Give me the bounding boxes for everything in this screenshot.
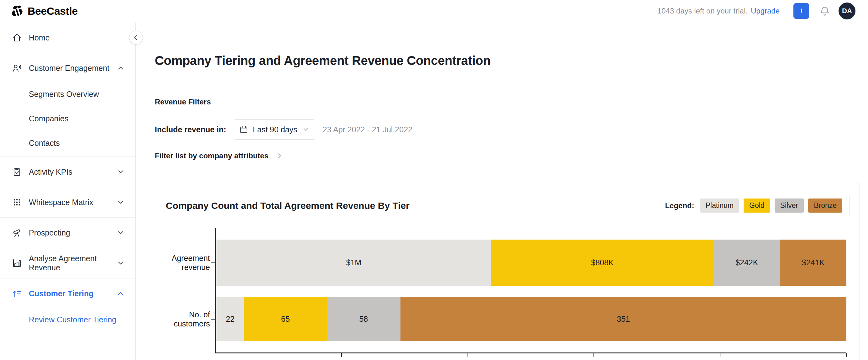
sidebar-item-segments-overview[interactable]: Segments Overview	[0, 82, 135, 106]
chevron-down-icon	[117, 198, 125, 206]
bee-logo-icon	[9, 4, 24, 18]
x-axis-tick	[341, 353, 342, 357]
topbar-actions: 1043 days left on your trial. Upgrade + …	[657, 2, 856, 20]
analyse-revenue-icon	[12, 259, 22, 268]
sidebar-item-analyse-agreement-revenue[interactable]: Analyse Agreement Revenue	[0, 249, 135, 277]
chevron-down-icon	[117, 259, 125, 267]
sidebar-item-prospecting[interactable]: Prospecting	[0, 219, 135, 246]
upgrade-link[interactable]: Upgrade	[751, 7, 780, 16]
prospecting-icon	[12, 228, 22, 237]
sidebar-item-review-customer-tiering[interactable]: Review Customer Tiering	[0, 307, 135, 332]
sidebar-collapse-button[interactable]	[129, 31, 143, 44]
bar-segment-silver: $242K	[714, 240, 780, 286]
activity-kpis-icon	[12, 167, 22, 177]
sidebar: Home Customer Engagement Segments Overvi…	[0, 23, 136, 360]
chart-title: Company Count and Total Agreement Revenu…	[166, 200, 409, 211]
chart-card-header: Company Count and Total Agreement Revenu…	[166, 194, 849, 217]
bar-segment-gold: $808K	[491, 240, 714, 286]
bar-row: 226558351	[216, 297, 846, 341]
sidebar-item-contacts[interactable]: Contacts	[0, 131, 135, 155]
sidebar-item-whitespace-matrix[interactable]: Whitespace Matrix	[0, 188, 135, 216]
sidebar-subitem-label: Segments Overview	[29, 90, 99, 99]
y-axis-tick	[211, 319, 216, 320]
filter-attributes-label: Filter list by company attributes	[155, 151, 269, 160]
row-label: Agreementrevenue	[165, 254, 210, 272]
revenue-filter-row: Include revenue in: Last 90 days 23 Apr …	[155, 119, 860, 140]
calendar-icon	[240, 125, 248, 133]
y-axis-tick	[211, 263, 216, 263]
legend-chip-gold: Gold	[744, 199, 770, 213]
legend-label: Legend:	[665, 201, 694, 210]
brand-name: BeeCastle	[28, 5, 78, 17]
chevron-right-icon	[275, 152, 284, 160]
include-revenue-label: Include revenue in:	[155, 125, 226, 134]
topbar: BeeCastle 1043 days left on your trial. …	[0, 0, 868, 22]
sidebar-item-customer-tiering[interactable]: Customer Tiering	[0, 280, 135, 307]
bell-icon[interactable]	[819, 5, 830, 17]
sidebar-item-label: Customer Engagement	[29, 64, 110, 73]
legend-chip-platinum: Platinum	[700, 199, 739, 213]
trial-text: 1043 days left on your trial.	[657, 7, 748, 16]
bar-row: $1M$808K$242K$241K	[216, 240, 846, 286]
x-axis: 20%40%60%80%100%	[215, 353, 846, 360]
sidebar-subitem-label: Review Customer Tiering	[29, 315, 116, 324]
chevron-up-icon	[117, 64, 125, 72]
chevron-down-icon	[302, 126, 309, 133]
period-value: Last 90 days	[253, 125, 298, 134]
chevron-left-icon	[132, 34, 140, 42]
x-axis-tick	[846, 353, 847, 357]
row-label: No. ofcustomers	[165, 310, 210, 328]
sidebar-item-label: Home	[29, 33, 125, 42]
sidebar-item-label: Activity KPIs	[29, 168, 110, 177]
sidebar-item-label: Prospecting	[29, 228, 110, 237]
bar-segment-platinum: 22	[216, 297, 244, 341]
customer-tiering-icon	[12, 289, 22, 298]
page-title: Company Tiering and Agreement Revenue Co…	[155, 54, 860, 68]
period-select[interactable]: Last 90 days	[234, 119, 315, 140]
sidebar-subitem-label: Companies	[29, 114, 68, 123]
bar-segment-gold: 65	[244, 297, 327, 341]
bar-segment-bronze: $241K	[780, 240, 846, 286]
sidebar-item-companies[interactable]: Companies	[0, 106, 135, 131]
chevron-down-icon	[117, 168, 125, 176]
legend: Legend: PlatinumGoldSilverBronze	[658, 194, 849, 217]
chevron-up-icon	[117, 290, 125, 298]
sidebar-item-label: Analyse Agreement Revenue	[29, 254, 110, 272]
legend-chips: PlatinumGoldSilverBronze	[700, 199, 842, 213]
plot-area: $1M$808K$242K$241KAgreementrevenue226558…	[215, 228, 846, 353]
main-content: Company Tiering and Agreement Revenue Co…	[136, 54, 868, 360]
date-range-text: 23 Apr 2022 - 21 Jul 2022	[323, 125, 412, 134]
customer-engagement-icon	[12, 63, 22, 73]
filter-attributes-toggle[interactable]: Filter list by company attributes	[155, 151, 284, 160]
brand: BeeCastle	[9, 4, 78, 18]
sidebar-item-label: Whitespace Matrix	[29, 198, 110, 207]
avatar[interactable]: DA	[839, 2, 856, 20]
sidebar-item-home[interactable]: Home	[0, 24, 135, 52]
legend-chip-bronze: Bronze	[808, 199, 842, 213]
sidebar-subitem-label: Contacts	[29, 139, 60, 148]
x-axis-tick	[593, 353, 594, 357]
sidebar-item-customer-engagement[interactable]: Customer Engagement	[0, 54, 135, 82]
sidebar-item-activity-kpis[interactable]: Activity KPIs	[0, 158, 135, 186]
bar-segment-silver: 58	[327, 297, 400, 341]
whitespace-matrix-icon	[12, 198, 22, 207]
tier-chart-card: Company Count and Total Agreement Revenu…	[155, 183, 860, 360]
revenue-filters-heading: Revenue Filters	[155, 97, 860, 106]
bar-segment-bronze: 351	[400, 297, 846, 341]
legend-chip-silver: Silver	[775, 199, 804, 213]
x-axis-tick	[468, 353, 468, 357]
bar-segment-platinum: $1M	[216, 240, 491, 286]
add-button[interactable]: +	[794, 3, 809, 19]
x-axis-tick	[720, 353, 720, 357]
chart: $1M$808K$242K$241KAgreementrevenue226558…	[215, 228, 846, 360]
sidebar-item-label: Customer Tiering	[29, 289, 110, 298]
home-icon	[12, 33, 22, 42]
chevron-down-icon	[117, 229, 125, 237]
